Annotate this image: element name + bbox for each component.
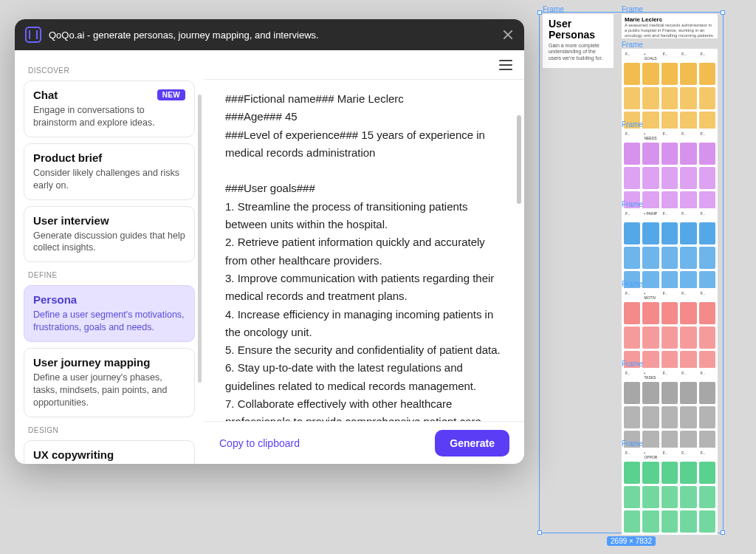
grid-card[interactable] — [680, 326, 696, 349]
grid-card[interactable] — [680, 486, 696, 508]
grid-card[interactable] — [642, 63, 659, 85]
grid-card[interactable] — [624, 247, 640, 269]
section-header-card[interactable]: F... — [662, 450, 678, 459]
grid-card[interactable] — [699, 326, 715, 349]
grid-card[interactable] — [680, 462, 696, 484]
sidebar-item-product-brief[interactable]: Product briefConsider likely challenges … — [24, 143, 195, 200]
section-header-card[interactable]: F... — [699, 131, 715, 140]
grid-card[interactable] — [642, 326, 659, 349]
section-header-card[interactable]: F... — [699, 370, 715, 380]
section-header-card[interactable]: F... — [662, 131, 678, 140]
section-header-card[interactable]: F... — [680, 51, 696, 61]
sidebar-item-user-interview[interactable]: User interviewGenerate discussion guides… — [24, 206, 195, 263]
selection-handle-se[interactable] — [721, 530, 725, 535]
grid-card[interactable] — [642, 302, 659, 324]
grid-card[interactable] — [662, 87, 678, 109]
grid-card[interactable] — [662, 486, 678, 508]
grid-card[interactable] — [642, 462, 659, 484]
grid-card[interactable] — [662, 510, 678, 533]
copy-to-clipboard[interactable]: Copy to clipboard — [219, 437, 300, 449]
grid-card[interactable] — [624, 326, 640, 349]
section-header-card[interactable]: ▪ TASKS — [642, 370, 659, 380]
generate-button[interactable]: Generate — [435, 430, 509, 456]
section-header-card[interactable]: F... — [699, 450, 715, 459]
section-header-card[interactable]: F... — [624, 211, 640, 220]
content-scrollbar-thumb[interactable] — [517, 115, 521, 204]
grid-card[interactable] — [642, 222, 659, 244]
section-header-card[interactable]: ▪ PAINP — [642, 211, 659, 220]
grid-card[interactable] — [662, 462, 678, 484]
grid-card[interactable] — [662, 326, 678, 349]
grid-card[interactable] — [680, 87, 696, 109]
canvas-section-frame[interactable]: F...▪ OPPORF...F...F... — [622, 448, 718, 535]
grid-card[interactable] — [642, 87, 659, 109]
grid-card[interactable] — [642, 382, 659, 404]
close-icon[interactable] — [502, 29, 514, 41]
sidebar-item-chat[interactable]: ChatNEWEngage in conversations to brains… — [24, 81, 195, 137]
grid-card[interactable] — [662, 222, 678, 244]
sidebar-item-persona[interactable]: PersonaDefine a user segment's motivatio… — [24, 285, 195, 342]
grid-card[interactable] — [699, 143, 715, 165]
section-header-card[interactable]: F... — [680, 370, 696, 380]
grid-card[interactable] — [699, 302, 715, 324]
grid-card[interactable] — [680, 167, 696, 189]
section-header-card[interactable]: F... — [624, 131, 640, 140]
section-header-card[interactable]: F... — [699, 51, 715, 61]
grid-card[interactable] — [680, 143, 696, 165]
grid-card[interactable] — [680, 510, 696, 533]
canvas-persona-frame[interactable]: Marie Leclerc A seasoned medical records… — [622, 14, 718, 38]
section-header-card[interactable]: ▪ OPPOR — [642, 450, 659, 459]
grid-card[interactable] — [662, 302, 678, 324]
selection-handle-nw[interactable] — [537, 10, 542, 15]
grid-card[interactable] — [699, 406, 715, 428]
grid-card[interactable] — [624, 222, 640, 244]
section-header-card[interactable]: F... — [624, 51, 640, 61]
section-header-card[interactable]: ▪ MOTIV — [642, 290, 659, 300]
section-header-card[interactable]: F... — [624, 290, 640, 300]
grid-card[interactable] — [642, 510, 659, 533]
sidebar-scrollbar-thumb[interactable] — [198, 95, 202, 383]
selection-handle-ne[interactable] — [721, 10, 725, 15]
grid-card[interactable] — [624, 63, 640, 85]
grid-card[interactable] — [624, 510, 640, 533]
grid-card[interactable] — [642, 486, 659, 508]
grid-card[interactable] — [662, 247, 678, 269]
grid-card[interactable] — [662, 63, 678, 85]
section-header-card[interactable]: ▪ GOALS — [642, 51, 659, 61]
sidebar-scrollbar[interactable] — [198, 95, 202, 420]
grid-card[interactable] — [680, 382, 696, 404]
grid-card[interactable] — [699, 247, 715, 269]
grid-card[interactable] — [662, 406, 678, 428]
grid-card[interactable] — [624, 382, 640, 404]
section-header-card[interactable]: F... — [680, 131, 696, 140]
grid-card[interactable] — [624, 302, 640, 324]
grid-card[interactable] — [642, 143, 659, 165]
grid-card[interactable] — [662, 382, 678, 404]
section-header-card[interactable]: F... — [680, 211, 696, 220]
grid-card[interactable] — [699, 382, 715, 404]
grid-card[interactable] — [662, 143, 678, 165]
grid-card[interactable] — [680, 222, 696, 244]
grid-card[interactable] — [624, 406, 640, 428]
grid-card[interactable] — [680, 247, 696, 269]
grid-card[interactable] — [624, 462, 640, 484]
section-header-card[interactable]: F... — [699, 290, 715, 300]
grid-card[interactable] — [642, 406, 659, 428]
section-header-card[interactable]: F... — [680, 290, 696, 300]
section-header-card[interactable]: F... — [662, 370, 678, 380]
grid-card[interactable] — [624, 143, 640, 165]
section-header-card[interactable]: F... — [624, 450, 640, 459]
sidebar-item-ux-copywriting[interactable]: UX copywritingCraft clear, concise, and … — [24, 440, 195, 464]
grid-card[interactable] — [699, 87, 715, 109]
section-header-card[interactable]: F... — [699, 211, 715, 220]
grid-card[interactable] — [680, 302, 696, 324]
grid-card[interactable] — [699, 486, 715, 508]
section-header-card[interactable]: F... — [662, 51, 678, 61]
grid-card[interactable] — [642, 247, 659, 269]
section-header-card[interactable]: F... — [662, 211, 678, 220]
grid-card[interactable] — [642, 167, 659, 189]
sidebar-item-user-journey-mapping[interactable]: User journey mappingDefine a user journe… — [24, 348, 195, 417]
grid-card[interactable] — [699, 462, 715, 484]
grid-card[interactable] — [699, 63, 715, 85]
grid-card[interactable] — [624, 167, 640, 189]
